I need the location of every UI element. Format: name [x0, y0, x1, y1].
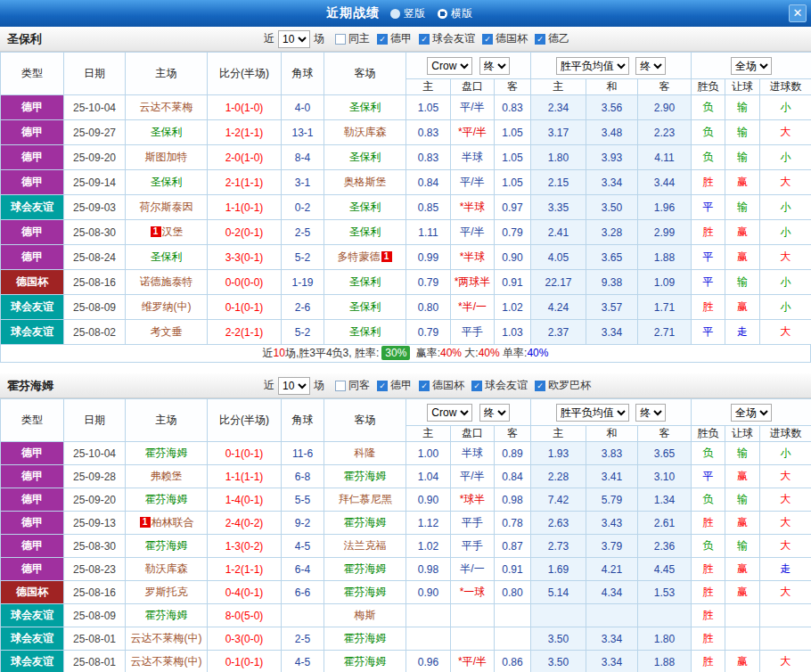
filter-checkbox[interactable]: ✓德国杯 — [482, 31, 528, 46]
layout-radio-vertical[interactable]: 竖版 — [390, 6, 425, 21]
team-link[interactable]: 霍芬海姆 — [344, 632, 387, 644]
final-avg-select[interactable]: 终 — [635, 404, 666, 422]
team-link[interactable]: 霍芬海姆 — [344, 562, 387, 575]
team-link[interactable]: 圣保利 — [151, 250, 183, 263]
team-link[interactable]: 圣保利 — [349, 101, 381, 113]
odds-away-cell: 1.03 — [495, 320, 531, 345]
filter-checkbox[interactable]: ✓球会友谊 — [419, 31, 475, 46]
score-cell: 8-0(5-0) — [208, 604, 282, 627]
team-link[interactable]: 科隆 — [355, 447, 376, 459]
team-link[interactable]: 圣保利 — [349, 300, 381, 313]
team-link[interactable]: 维罗纳(中) — [142, 300, 192, 313]
radio-icon[interactable] — [438, 9, 447, 19]
checkbox-icon[interactable] — [335, 381, 346, 391]
team-link[interactable]: 圣保利 — [349, 275, 381, 288]
checkbox-icon[interactable]: ✓ — [419, 34, 430, 45]
checkbox-icon[interactable]: ✓ — [471, 381, 482, 391]
col-subheader: 盘口 — [451, 426, 495, 442]
scope-select[interactable]: 全场 — [731, 404, 772, 422]
score-cell: 2-0(1-0) — [208, 145, 282, 170]
team-link[interactable]: 霍芬海姆 — [344, 516, 387, 529]
score-cell: 2-1(1-1) — [208, 170, 282, 195]
checkbox-icon[interactable]: ✓ — [535, 34, 545, 45]
filter-checkbox[interactable]: ✓德乙 — [535, 31, 569, 46]
team-link[interactable]: 云达不莱梅(中) — [131, 655, 202, 668]
filter-label: 德国杯 — [432, 378, 464, 393]
checkbox-icon[interactable] — [335, 34, 346, 45]
team-link[interactable]: 圣保利 — [349, 225, 381, 238]
team-link[interactable]: 多特蒙德 — [338, 250, 381, 263]
away-team-cell: 霍芬海姆 — [324, 465, 406, 488]
team-link[interactable]: 汉堡 — [162, 225, 184, 238]
team-link[interactable]: 云达不莱梅(中) — [131, 632, 202, 644]
team-link[interactable]: 圣保利 — [151, 176, 183, 188]
handicap-cell: 半球 — [451, 442, 495, 465]
handicap-cell: *半球 — [451, 195, 495, 220]
odds-away-cell: 0.86 — [495, 651, 531, 672]
filter-checkbox[interactable]: 同客 — [335, 378, 370, 393]
filter-checkbox[interactable]: ✓球会友谊 — [471, 378, 528, 393]
radio-icon[interactable] — [390, 9, 400, 19]
filter-checkbox[interactable]: 同主 — [335, 31, 370, 46]
date-cell: 25-09-20 — [64, 488, 126, 512]
team-link[interactable]: 奥格斯堡 — [344, 176, 387, 188]
team-link[interactable]: 柏林联合 — [152, 516, 194, 529]
team-link[interactable]: 勒沃库森 — [344, 126, 387, 138]
scope-select[interactable]: 全场 — [731, 57, 772, 75]
close-icon[interactable]: ✕ — [789, 4, 807, 22]
avg-odds-select[interactable]: 胜平负均值 — [556, 404, 629, 422]
team-link[interactable]: 霍芬海姆 — [145, 447, 188, 459]
checkbox-icon[interactable]: ✓ — [482, 34, 493, 45]
final-odds-select[interactable]: 终 — [479, 404, 510, 422]
filter-checkbox[interactable]: ✓德甲 — [377, 378, 412, 393]
team-link[interactable]: 霍芬海姆 — [344, 470, 387, 482]
avg-away-cell: 3.10 — [638, 465, 692, 488]
layout-radio-horizontal[interactable]: 横版 — [438, 6, 472, 21]
team-link[interactable]: 罗斯托克 — [145, 586, 188, 598]
team-link[interactable]: 圣保利 — [151, 126, 183, 138]
odds-source-select[interactable]: Crow — [427, 404, 472, 422]
team-link[interactable]: 荷尔斯泰因 — [140, 201, 193, 213]
home-team-cell: 霍芬海姆 — [126, 488, 208, 512]
team-link[interactable]: 霍芬海姆 — [344, 586, 387, 598]
corner-cell: 0-2 — [282, 195, 324, 220]
team-link[interactable]: 勒沃库森 — [145, 562, 188, 575]
final-odds-select[interactable]: 终 — [479, 57, 510, 75]
checkbox-icon[interactable]: ✓ — [377, 34, 388, 45]
avg-odds-select[interactable]: 胜平负均值 — [556, 57, 629, 75]
team-link[interactable]: 梅斯 — [355, 609, 376, 621]
team-link[interactable]: 诺德施泰特 — [140, 275, 193, 288]
col-subheader: 主 — [406, 79, 451, 95]
checkbox-icon[interactable]: ✓ — [377, 381, 388, 391]
summary-part: 40% — [479, 347, 500, 359]
odds-home-cell: 0.90 — [406, 581, 451, 604]
team-link[interactable]: 霍芬海姆 — [145, 539, 188, 552]
team-link[interactable]: 拜仁慕尼黑 — [339, 493, 392, 505]
checkbox-icon[interactable]: ✓ — [419, 381, 430, 391]
team-link[interactable]: 圣保利 — [349, 325, 381, 338]
avg-home-cell: 3.50 — [531, 627, 586, 651]
team-link[interactable]: 霍芬海姆 — [145, 609, 188, 621]
team-link[interactable]: 霍芬海姆 — [145, 493, 188, 505]
result-cell: 胜 — [692, 558, 725, 581]
checkbox-icon[interactable]: ✓ — [535, 381, 545, 391]
team-link[interactable]: 霍芬海姆 — [344, 655, 387, 668]
team-link[interactable]: 考文垂 — [151, 325, 183, 338]
match-count-select[interactable]: 10 — [278, 377, 310, 395]
home-team-cell: 云达不莱梅(中) — [126, 651, 208, 672]
odds-source-select[interactable]: Crow — [427, 57, 472, 75]
team-link[interactable]: 云达不莱梅 — [140, 101, 193, 113]
team-link[interactable]: 法兰克福 — [344, 539, 387, 552]
filter-checkbox[interactable]: ✓德国杯 — [419, 378, 464, 393]
score-cell: 1-2(1-1) — [208, 120, 282, 145]
league-cell: 球会友谊 — [1, 651, 64, 672]
team-link[interactable]: 斯图加特 — [145, 151, 188, 163]
filter-checkbox[interactable]: ✓德甲 — [377, 31, 412, 46]
team-link[interactable]: 弗赖堡 — [151, 470, 183, 482]
match-count-select[interactable]: 10 — [278, 30, 310, 48]
team-link[interactable]: 圣保利 — [349, 201, 381, 213]
filter-checkbox[interactable]: ✓欧罗巴杯 — [535, 378, 591, 393]
team-link[interactable]: 圣保利 — [349, 151, 381, 163]
league-cell: 德甲 — [1, 95, 64, 120]
final-avg-select[interactable]: 终 — [635, 57, 666, 75]
